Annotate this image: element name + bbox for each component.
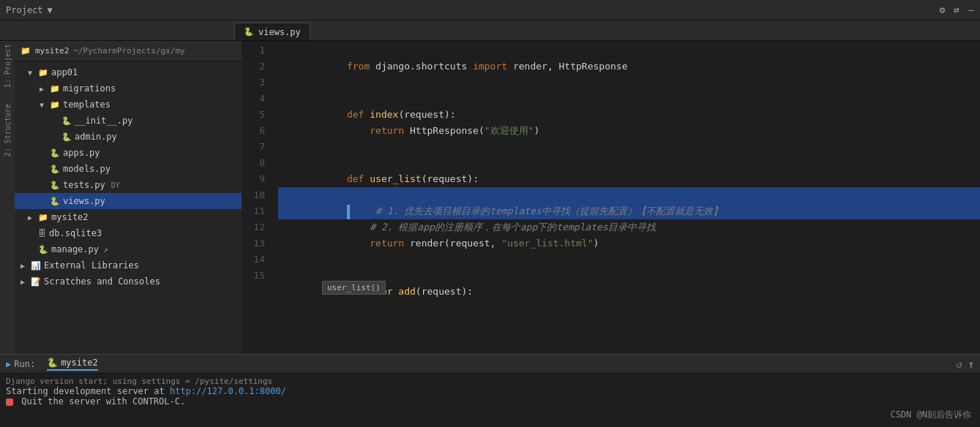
title-bar-icons: ⚙ ⇄ – [940,4,974,15]
sidebar-item-models-py[interactable]: 🐍 models.py [15,161,242,177]
project-dropdown-icon[interactable]: ▼ [48,5,53,15]
tests-dy-badge: DY [111,181,120,189]
arrow-icon: ▼ [28,69,35,77]
sidebar-item-label: views.py [63,196,105,206]
py-icon: 🐍 [50,197,60,206]
sidebar-item-views-py[interactable]: 🐍 views.py [15,193,242,209]
sidebar-header-label: mysite2 [35,46,69,56]
db-icon: 🗄 [38,229,46,238]
code-line-14 [278,252,980,268]
left-tabs: 1: Project 2: Structure [0,41,15,354]
run-label: Run: [14,359,35,369]
bottom-tabs: ▶ Run: 🐍 mysite2 ↺ ↑ [0,355,980,374]
sidebar-item-label: app01 [51,67,78,78]
arrow-icon: ▶ [20,278,28,286]
sidebar-item-external-libraries[interactable]: ▶ 📊 External Libraries [15,257,242,273]
settings-icon[interactable]: ⚙ [940,4,946,15]
project-label[interactable]: Project [6,5,43,15]
server-start-line: Django version start; using settings = /… [6,377,974,386]
sidebar-item-scratches[interactable]: ▶ 📝 Scratches and Consoles [15,273,242,290]
py-icon: 🐍 [50,165,60,174]
sidebar-item-label: admin.py [75,132,117,142]
sidebar-item-app01[interactable]: ▼ 📁 app01 [15,64,242,80]
sidebar-item-tests-py[interactable]: 🐍 tests.py DY [15,177,242,193]
sidebar-item-label: models.py [63,164,111,174]
reload-icon[interactable]: ↺ [956,358,962,370]
folder-icon: 📁 [50,84,60,94]
project-vertical-tab[interactable]: 1: Project [4,44,12,88]
watermark: CSDN @N刻后告诉你 [890,409,971,421]
sidebar-item-label: External Libraries [44,260,139,271]
py-icon: 🐍 [50,148,60,158]
transfer-icon[interactable]: ⇄ [954,4,960,15]
sidebar-item-label: templates [63,99,111,110]
title-bar: Project ▼ ⚙ ⇄ – [0,0,980,20]
bottom-panel: ▶ Run: 🐍 mysite2 ↺ ↑ Django version star… [0,354,980,427]
tab-label: views.py [258,27,301,37]
arrow-icon: ▶ [20,262,28,270]
stop-indicator [6,398,13,406]
py-file-icon: 🐍 [244,27,254,37]
sidebar-item-init-py[interactable]: 🐍 __init__.py [15,113,242,129]
main-area: 1: Project 2: Structure 📁 mysite2 ~/Pych… [0,41,980,354]
quit-line: Quit the server with CONTROL-C. [6,396,974,407]
bottom-content: Django version start; using settings = /… [0,374,980,427]
arrow-icon: ▶ [40,85,47,93]
run-icon: ▶ [6,359,11,369]
mysite2-run-icon: 🐍 [47,358,58,368]
server-url-link[interactable]: http://127.0.0.1:8000/ [170,386,286,396]
bottom-controls: ↺ ↑ [956,358,974,370]
sidebar-title: 📁 [20,46,31,56]
cursor-indicator: ↗ [103,245,108,254]
sidebar-tree: ▼ 📁 app01 ▶ 📁 migrations ▼ 📁 templates [15,61,242,354]
sidebar-item-apps-py[interactable]: 🐍 apps.py [15,145,242,161]
sidebar-item-mysite2-sub[interactable]: ▶ 📁 mysite2 [15,209,242,225]
up-arrow-icon[interactable]: ↑ [968,358,974,370]
mysite2-tab[interactable]: 🐍 mysite2 [47,358,98,371]
sidebar-item-label: tests.py [63,180,105,190]
sidebar-item-label: mysite2 [51,212,89,222]
structure-vertical-tab[interactable]: 2: Structure [4,104,12,156]
sidebar-item-templates[interactable]: ▼ 📁 templates [15,97,242,113]
quit-text: Quit the server with CONTROL-C. [21,396,185,407]
code-tooltip: user_list() [322,281,386,295]
sidebar-item-label: db.sqlite3 [49,228,102,238]
code-line-1: from django.shortcuts import render, Htt… [278,42,980,58]
py-icon: 🐍 [38,245,48,254]
py-icon: 🐍 [61,132,72,142]
views-py-tab[interactable]: 🐍 views.py [234,23,310,40]
mysite2-tab-label: mysite2 [61,358,98,368]
sidebar-item-db-sqlite3[interactable]: 🗄 db.sqlite3 [15,225,242,241]
run-tab[interactable]: ▶ Run: [6,359,35,369]
sidebar-header: 📁 mysite2 ~/PycharmProjects/gx/my [15,41,242,61]
minimize-icon[interactable]: – [968,4,974,15]
sidebar-item-admin-py[interactable]: 🐍 admin.py [15,129,242,145]
code-editor: 1 2 3 4 5 6 7 8 9 10 11 12 13 14 15 [242,41,980,354]
code-area[interactable]: 1 2 3 4 5 6 7 8 9 10 11 12 13 14 15 [242,41,980,354]
arrow-icon: ▼ [40,101,47,109]
code-line-10: # 1. 优先去项目根目录的templates中寻找（提前先配置）【不配置就是无… [278,187,980,203]
tab-bar: 🐍 views.py [0,20,980,41]
sidebar-path: ~/PycharmProjects/gx/my [73,46,184,56]
folder-icon: 📁 [38,68,48,78]
sidebar-item-manage-py[interactable]: 🐍 manage.py ↗ [15,241,242,257]
sidebar-item-label: migrations [63,83,116,94]
sidebar-item-migrations[interactable]: ▶ 📁 migrations [15,80,242,97]
sidebar-item-label: apps.py [63,148,100,158]
folder-icon: 📁 [50,100,60,110]
code-line-4: def index(request): [278,91,980,107]
code-line-8: def user_list(request): [278,155,980,171]
py-icon: 🐍 [61,116,72,126]
code-content[interactable]: from django.shortcuts import render, Htt… [272,41,980,354]
libs-icon: 📊 [31,261,41,271]
folder-icon: 📁 [38,213,48,222]
line-numbers: 1 2 3 4 5 6 7 8 9 10 11 12 13 14 15 [242,41,272,354]
scratches-icon: 📝 [31,277,41,287]
starting-text: Starting development server at [6,386,170,396]
sidebar-item-label: Scratches and Consoles [44,276,160,287]
sidebar-item-label: __init__.py [75,116,132,126]
title-bar-left: Project ▼ [6,5,53,15]
sidebar-item-label: manage.py [51,244,99,254]
code-line-3 [278,75,980,91]
arrow-icon: ▶ [28,214,35,222]
